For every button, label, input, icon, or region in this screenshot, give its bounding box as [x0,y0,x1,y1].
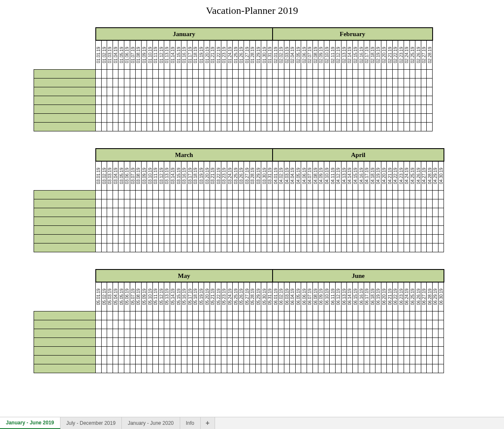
day-cell[interactable] [421,320,427,329]
day-cell[interactable] [238,199,244,208]
day-cell[interactable] [375,114,381,123]
day-cell[interactable] [330,105,336,114]
day-cell[interactable] [295,114,301,123]
day-cell[interactable] [210,235,215,243]
day-cell[interactable] [124,78,130,87]
day-cell[interactable] [318,243,324,252]
day-cell[interactable] [255,364,261,373]
day-cell[interactable] [433,311,438,320]
day-cell[interactable] [358,217,364,226]
day-cell[interactable] [312,87,318,96]
day-cell[interactable] [438,338,444,347]
day-cell[interactable] [358,78,364,87]
day-cell[interactable] [215,226,221,235]
day-cell[interactable] [312,235,318,243]
day-cell[interactable] [215,70,221,78]
day-cell[interactable] [267,114,273,123]
day-cell[interactable] [227,243,233,252]
day-cell[interactable] [341,243,347,252]
day-cell[interactable] [204,243,210,252]
day-cell[interactable] [176,191,181,199]
day-cell[interactable] [227,123,233,131]
day-cell[interactable] [176,329,181,338]
day-cell[interactable] [433,199,438,208]
day-cell[interactable] [250,338,256,347]
day-cell[interactable] [352,114,358,123]
day-cell[interactable] [295,347,301,356]
day-cell[interactable] [415,191,421,199]
day-cell[interactable] [415,338,421,347]
day-cell[interactable] [193,96,199,105]
day-cell[interactable] [96,217,102,226]
day-cell[interactable] [267,70,273,78]
day-cell[interactable] [244,311,250,320]
day-cell[interactable] [284,217,290,226]
day-cell[interactable] [101,199,107,208]
day-cell[interactable] [158,70,164,78]
day-cell[interactable] [398,338,404,347]
day-cell[interactable] [312,70,318,78]
day-cell[interactable] [244,320,250,329]
day-cell[interactable] [233,347,239,356]
day-cell[interactable] [176,105,181,114]
day-cell[interactable] [238,311,244,320]
day-cell[interactable] [352,217,358,226]
day-cell[interactable] [221,243,227,252]
day-cell[interactable] [198,347,204,356]
day-cell[interactable] [278,96,284,105]
day-cell[interactable] [187,226,193,235]
day-cell[interactable] [438,320,444,329]
day-cell[interactable] [335,191,341,199]
day-cell[interactable] [301,217,307,226]
day-cell[interactable] [330,356,336,364]
day-cell[interactable] [404,208,410,217]
day-cell[interactable] [415,329,421,338]
day-cell[interactable] [141,114,147,123]
day-cell[interactable] [244,96,250,105]
day-cell[interactable] [410,356,415,364]
day-cell[interactable] [404,96,410,105]
day-cell[interactable] [352,226,358,235]
day-cell[interactable] [233,329,239,338]
day-cell[interactable] [307,191,312,199]
day-cell[interactable] [301,311,307,320]
day-cell[interactable] [421,356,427,364]
day-cell[interactable] [318,356,324,364]
day-cell[interactable] [233,226,239,235]
day-cell[interactable] [421,123,427,131]
day-cell[interactable] [130,338,136,347]
day-cell[interactable] [96,320,102,329]
day-cell[interactable] [198,235,204,243]
day-cell[interactable] [335,114,341,123]
day-cell[interactable] [421,105,427,114]
day-cell[interactable] [96,364,102,373]
day-cell[interactable] [250,87,256,96]
day-cell[interactable] [267,320,273,329]
day-cell[interactable] [273,364,278,373]
day-cell[interactable] [250,123,256,131]
day-cell[interactable] [312,105,318,114]
day-cell[interactable] [164,226,170,235]
day-cell[interactable] [198,123,204,131]
day-cell[interactable] [273,114,278,123]
day-cell[interactable] [290,356,296,364]
day-cell[interactable] [273,87,278,96]
day-cell[interactable] [96,199,102,208]
day-cell[interactable] [118,338,124,347]
day-cell[interactable] [335,364,341,373]
day-cell[interactable] [410,226,415,235]
day-cell[interactable] [238,87,244,96]
day-cell[interactable] [284,114,290,123]
day-cell[interactable] [187,217,193,226]
day-cell[interactable] [295,199,301,208]
day-cell[interactable] [238,235,244,243]
day-cell[interactable] [164,364,170,373]
day-cell[interactable] [267,123,273,131]
day-cell[interactable] [392,217,398,226]
day-cell[interactable] [352,199,358,208]
day-cell[interactable] [267,347,273,356]
day-cell[interactable] [238,243,244,252]
day-cell[interactable] [284,347,290,356]
day-cell[interactable] [364,364,370,373]
day-cell[interactable] [118,105,124,114]
